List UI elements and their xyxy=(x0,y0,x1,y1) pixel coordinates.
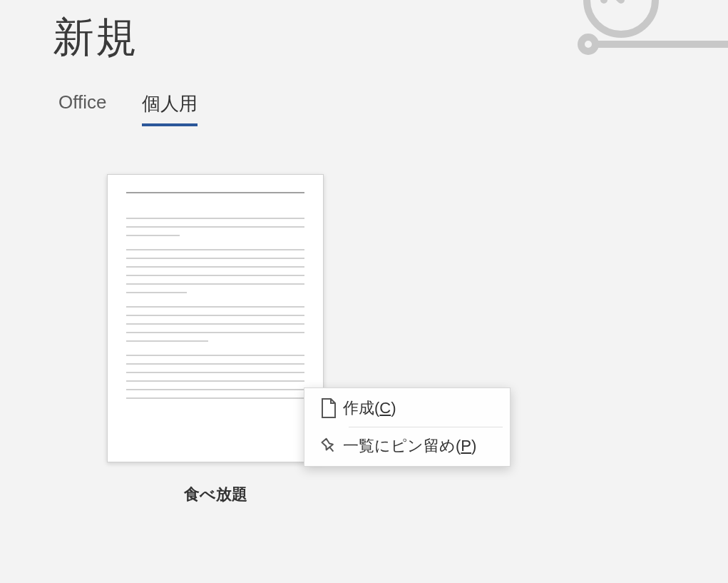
menu-item-create[interactable]: 作成(C) xyxy=(304,390,510,427)
template-label: 食べ放題 xyxy=(184,484,247,505)
menu-item-pin[interactable]: 一覧にピン留め(P) xyxy=(304,427,510,465)
tab-personal[interactable]: 個人用 xyxy=(142,91,198,126)
decorative-circuit-icon xyxy=(571,0,728,86)
template-thumbnail xyxy=(107,174,324,462)
tabs: Office 個人用 xyxy=(58,91,198,126)
svg-point-4 xyxy=(581,37,595,51)
page-title: 新規 xyxy=(53,10,138,66)
document-icon xyxy=(314,398,343,418)
svg-line-5 xyxy=(329,447,333,452)
svg-point-0 xyxy=(587,0,655,34)
menu-item-pin-label: 一覧にピン留め(P) xyxy=(343,435,500,457)
tab-office[interactable]: Office xyxy=(58,91,106,126)
pin-icon xyxy=(314,437,343,455)
context-menu: 作成(C) 一覧にピン留め(P) xyxy=(304,387,511,467)
template-item[interactable]: 食べ放題 xyxy=(107,174,324,505)
menu-item-create-label: 作成(C) xyxy=(343,397,500,419)
